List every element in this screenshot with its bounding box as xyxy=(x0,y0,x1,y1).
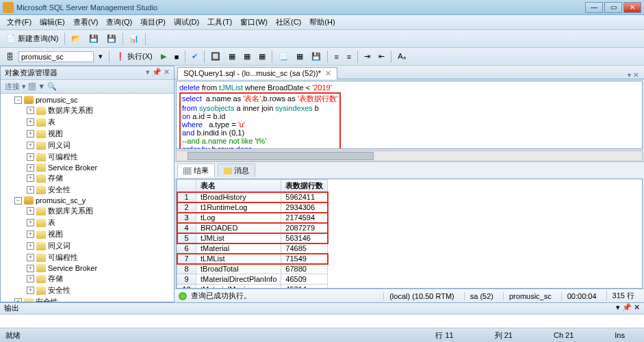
results-grid-icon[interactable]: ▦ xyxy=(293,50,307,63)
table-row[interactable]: 7tLMList71549 xyxy=(177,254,328,264)
menu-file[interactable]: 文件(F) xyxy=(3,16,36,29)
include-plan-icon[interactable]: ▦ xyxy=(240,50,254,63)
open-icon[interactable]: 📂 xyxy=(68,32,84,45)
table-row[interactable]: 2t1RuntimeLog2934306 xyxy=(177,202,328,213)
tree-folder[interactable]: +可编程性 xyxy=(2,151,172,163)
cell-rows: 74685 xyxy=(281,244,328,254)
tree-folder[interactable]: +存储 xyxy=(2,172,172,184)
tree-folder[interactable]: +表 xyxy=(2,217,172,228)
menu-tools[interactable]: 工具(T) xyxy=(203,16,236,29)
app-icon xyxy=(3,2,14,13)
tab-close-icon[interactable]: ✕ xyxy=(325,69,331,77)
tree-folder[interactable]: +可编程性 xyxy=(2,252,172,263)
status-rows: 315 行 xyxy=(606,291,640,301)
table-row[interactable]: 1tBroadHistory5962411 xyxy=(177,192,328,202)
pin-icon[interactable]: ▾ 📌 ✕ xyxy=(616,303,640,311)
cell-rows: 71549 xyxy=(281,254,328,264)
tree-folder[interactable]: +安全性 xyxy=(2,296,172,302)
tree-db[interactable]: −promusic_sc_y xyxy=(2,196,172,205)
status-ch: Ch 21 xyxy=(540,331,587,339)
sql-editor[interactable]: delete from tJMList where BroadDate < '2… xyxy=(176,81,643,149)
window-title: Microsoft SQL Server Management Studio xyxy=(16,3,584,12)
tree-folder[interactable]: +Service Broker xyxy=(2,263,172,273)
cell-name: t1RuntimeLog xyxy=(196,202,281,213)
status-ins: Ins xyxy=(601,331,639,339)
dropdown-icon[interactable]: ▾ xyxy=(95,50,106,63)
new-query-button[interactable]: 📄 新建查询(N) xyxy=(3,31,62,46)
tree-folder[interactable]: +视图 xyxy=(2,228,172,240)
output-panel[interactable] xyxy=(0,315,644,328)
col-header[interactable]: 表名 xyxy=(196,180,281,192)
col-header[interactable]: 表数据行数 xyxy=(281,180,328,192)
message-icon xyxy=(224,168,232,174)
menu-help[interactable]: 帮助(H) xyxy=(305,16,339,29)
tree-folder[interactable]: +数据库关系图 xyxy=(2,105,172,116)
menu-debug[interactable]: 调试(D) xyxy=(170,16,203,29)
maximize-button[interactable]: ▭ xyxy=(604,2,622,13)
toolbar-sql: 🗄 ▾ ❗ 执行(X) ▶ ■ ✔ 🔲 ▦ ▦ ▦ 📃 ▦ 💾 ≡ ≡ ⇥ ⇤ … xyxy=(0,48,644,66)
tree-folder[interactable]: +同义词 xyxy=(2,240,172,252)
table-row[interactable]: 6tMaterial74685 xyxy=(177,244,328,254)
execute-button[interactable]: ❗ 执行(X) xyxy=(112,49,156,64)
table-row[interactable]: 5tJMList563146 xyxy=(177,233,328,244)
activity-icon[interactable]: 📊 xyxy=(126,32,142,45)
pin-icon[interactable]: ▾ 📌 ✕ xyxy=(146,68,170,76)
menu-project[interactable]: 项目(P) xyxy=(136,16,170,29)
status-time: 00:00:04 xyxy=(561,292,602,300)
parse-icon[interactable]: ✔ xyxy=(188,50,201,63)
results-tabstrip: 结果 消息 xyxy=(175,161,644,179)
tree-folder[interactable]: +数据库关系图 xyxy=(2,205,172,217)
comment-icon[interactable]: ≡ xyxy=(331,51,342,63)
refresh-icon[interactable]: ▦ ▼ 🔍 xyxy=(28,82,57,90)
cell-name: tLog xyxy=(196,213,281,223)
stop-icon[interactable]: ■ xyxy=(171,51,183,63)
menu-query[interactable]: 查询(Q) xyxy=(102,16,136,29)
tree-folder[interactable]: +视图 xyxy=(2,128,172,140)
stats-icon[interactable]: ▦ xyxy=(255,50,269,63)
cell-name: tBroadTotal xyxy=(196,264,281,274)
table-row[interactable]: 4BROADED2087279 xyxy=(177,223,328,233)
table-row[interactable]: 8tBroadTotal67880 xyxy=(177,264,328,274)
cell-name: tMaterialDirectPlanInfo xyxy=(196,274,281,285)
indent-icon[interactable]: ⇥ xyxy=(361,50,374,63)
minimize-button[interactable]: — xyxy=(585,2,603,13)
tree-folder[interactable]: +安全性 xyxy=(2,184,172,196)
table-row[interactable]: 3tLog2174594 xyxy=(177,213,328,223)
tree-folder[interactable]: +表 xyxy=(2,116,172,128)
tree-folder[interactable]: +同义词 xyxy=(2,140,172,151)
tab-sqlquery1[interactable]: SQLQuery1.sql - (lo...music_sc (sa (52))… xyxy=(177,67,337,79)
uncomment-icon[interactable]: ≡ xyxy=(344,51,355,63)
tab-results[interactable]: 结果 xyxy=(177,163,215,177)
menu-view[interactable]: 查看(V) xyxy=(69,16,103,29)
tree-folder[interactable]: +存储 xyxy=(2,273,172,285)
dock-dropdown-icon[interactable]: ▾ ✕ xyxy=(625,71,641,79)
editor-scrollbar[interactable] xyxy=(176,150,643,161)
outdent-icon[interactable]: ⇤ xyxy=(375,50,388,63)
tree-folder[interactable]: +安全性 xyxy=(2,285,172,296)
output-title: 输出 xyxy=(4,303,19,314)
tree-db[interactable]: −promusic_sc xyxy=(2,95,172,105)
results-file-icon[interactable]: 💾 xyxy=(308,50,324,63)
tree[interactable]: −promusic_sc+数据库关系图+表+视图+同义词+可编程性+Servic… xyxy=(1,94,174,302)
tab-messages[interactable]: 消息 xyxy=(218,163,255,177)
close-button[interactable]: ✕ xyxy=(623,2,641,13)
save-all-icon[interactable]: 💾 xyxy=(103,32,120,45)
debug-play-icon[interactable]: ▶ xyxy=(157,50,170,63)
outline-icon[interactable]: 🔲 xyxy=(207,50,224,63)
display-plan-icon[interactable]: ▦ xyxy=(225,50,239,63)
menu-edit[interactable]: 编辑(E) xyxy=(36,16,69,29)
results-text-icon[interactable]: 📃 xyxy=(275,50,292,63)
cell-name: tJMList xyxy=(196,233,281,244)
table-row[interactable]: 9tMaterialDirectPlanInfo46509 xyxy=(177,274,328,285)
menu-window[interactable]: 窗口(W) xyxy=(236,16,272,29)
cell-name: tMaterial xyxy=(196,244,281,254)
connect-label[interactable]: 连接 ▾ xyxy=(5,82,26,90)
specify-values-icon[interactable]: Aₐ xyxy=(394,50,409,63)
results-grid-wrap[interactable]: 表名 表数据行数 1tBroadHistory59624112t1Runtime… xyxy=(176,179,643,289)
corner-cell[interactable] xyxy=(177,180,196,192)
database-selector[interactable] xyxy=(18,51,94,62)
status-message: 查询已成功执行。 xyxy=(191,291,251,301)
menu-community[interactable]: 社区(C) xyxy=(272,16,305,29)
save-icon[interactable]: 💾 xyxy=(86,32,102,45)
tree-folder[interactable]: +Service Broker xyxy=(2,163,172,172)
